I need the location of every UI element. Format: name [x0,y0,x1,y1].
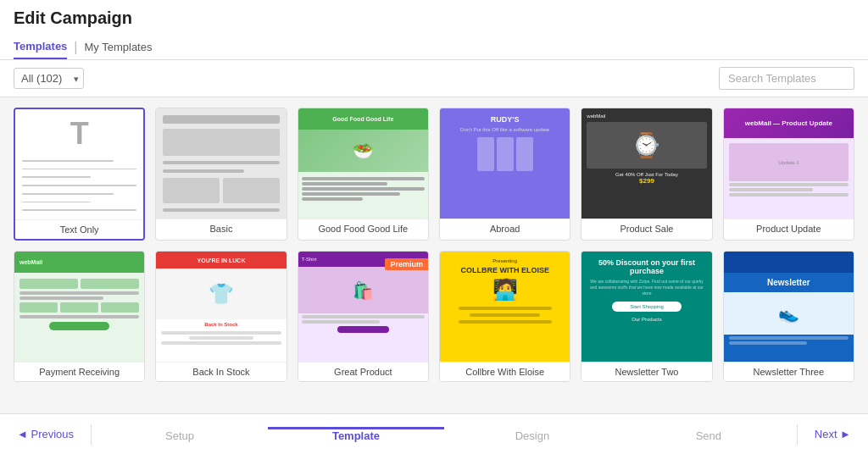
template-card[interactable]: T-Shirt 🛍️ Premium Great Product [298,251,429,382]
templates-content: T Text Only [0,97,868,413]
template-name: Basic [156,219,286,238]
tab-separator: | [74,40,77,55]
search-input[interactable] [719,67,854,90]
template-card[interactable]: RUDY'S Don't Put this Off like a softwar… [439,108,570,241]
step-setup[interactable]: Setup [92,427,268,442]
page-title: Edit Campaign [14,8,854,28]
template-thumbnail: Good Food Good Life 🥗 [298,108,428,219]
filter-wrapper: All (102) [14,68,84,89]
template-thumbnail: webMail [14,252,144,362]
filter-select[interactable]: All (102) [14,68,84,89]
page-header: Edit Campaign Templates | My Templates [0,0,868,60]
template-thumbnail: Presenting COLLBRE WITH ELOISE 🧑‍💻 [440,252,570,362]
template-thumbnail [156,108,286,219]
template-name: Newsletter Three [724,362,854,381]
template-name: Good Food Good Life [298,219,428,238]
premium-badge: Premium [385,258,428,270]
next-button[interactable]: Next ► [798,414,868,454]
tab-my-templates[interactable]: My Templates [85,36,153,58]
step-template[interactable]: Template [268,427,444,442]
step-design[interactable]: Design [444,427,620,442]
template-card[interactable]: webMail ⌚ Get 40% Off Just For Today $29… [581,108,712,241]
template-tabs: Templates | My Templates [14,35,854,59]
template-card[interactable]: Good Food Good Life 🥗 Good Food Good Lif… [298,108,429,241]
template-thumbnail: T-Shirt 🛍️ Premium [298,252,428,362]
template-name: Newsletter Two [581,362,711,381]
template-thumbnail: RUDY'S Don't Put this Off like a softwar… [440,108,570,219]
template-card[interactable]: Basic [155,108,287,241]
template-card[interactable]: 50% Discount on your first purchase We a… [581,251,712,382]
template-thumbnail: webMail ⌚ Get 40% Off Just For Today $29… [581,108,711,219]
template-card[interactable]: Newsletter 👟 Newsletter Three [723,251,854,382]
templates-grid: T Text Only [14,108,854,382]
template-name: Collbre With Eloise [440,362,570,381]
nav-steps: Setup Template Design Send [92,427,797,442]
template-name: Product Sale [581,219,711,238]
template-name: Abroad [440,219,570,238]
template-thumbnail: webMail — Product Update Update 1 [724,108,854,219]
template-card[interactable]: T Text Only [14,108,145,241]
template-name: Text Only [15,219,143,239]
tab-templates[interactable]: Templates [14,35,67,59]
prev-button[interactable]: ◄ Previous [0,414,91,454]
template-card[interactable]: webMail Payment Receiving [14,251,145,382]
template-name: Product Update [724,219,854,238]
template-card[interactable]: webMail — Product Update Update 1 Produc… [723,108,854,241]
step-send[interactable]: Send [620,427,797,442]
filter-bar: All (102) [0,60,868,97]
template-card[interactable]: YOU'RE IN LUCK 👕 Back In Stock Back In S… [155,251,287,382]
template-card[interactable]: Presenting COLLBRE WITH ELOISE 🧑‍💻 Collb… [439,251,570,382]
template-name: Back In Stock [156,362,286,381]
template-thumbnail: 50% Discount on your first purchase We a… [581,252,711,362]
template-thumbnail: T [15,109,143,219]
template-name: Great Product [298,362,428,381]
template-thumbnail: Newsletter 👟 [724,252,854,362]
template-thumbnail: YOU'RE IN LUCK 👕 Back In Stock [156,252,286,362]
template-name: Payment Receiving [14,362,144,381]
bottom-navigation: ◄ Previous Setup Template Design Send Ne… [0,413,868,454]
